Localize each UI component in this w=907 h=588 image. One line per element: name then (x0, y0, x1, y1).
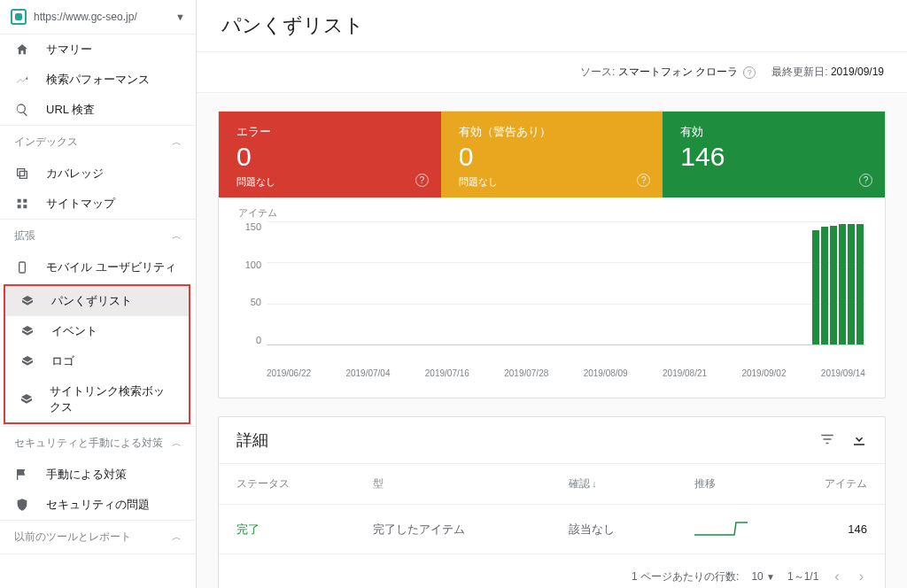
sidebar-item-label: 手動による対策 (46, 467, 127, 483)
help-icon[interactable]: ? (415, 174, 429, 187)
status-label: 有効（警告あり） (459, 124, 646, 140)
sidebar-item-event[interactable]: イベント (5, 316, 189, 346)
nav-section-label: 以前のツールとレポート (14, 530, 131, 545)
site-selector[interactable]: https://www.gc-seo.jp/ ▼ (0, 0, 196, 35)
nav-enhancements: 拡張 ︿ モバイル ユーザビリティ パンくずリスト イベント ロゴ (0, 220, 196, 427)
chevron-up-icon: ︿ (172, 135, 182, 149)
ytick: 150 (238, 221, 261, 232)
col-trend[interactable]: 推移 (677, 464, 765, 505)
nav-index: インデックス ︿ カバレッジ サイトマップ (0, 126, 196, 220)
table-row[interactable]: 完了 完了したアイテム 該当なし 146 (219, 505, 885, 554)
sidebar-item-mobile-usability[interactable]: モバイル ユーザビリティ (0, 252, 196, 282)
col-type[interactable]: 型 (355, 464, 551, 505)
sidebar-item-label: ロゴ (51, 353, 74, 369)
bar (857, 224, 864, 344)
bar (812, 230, 819, 344)
col-status[interactable]: ステータス (219, 464, 355, 505)
source-value: スマートフォン クローラ (618, 66, 738, 78)
nav-security: セキュリティと手動による対策 ︿ 手動による対策 セキュリティの問題 (0, 427, 196, 521)
layers-icon (19, 392, 34, 406)
details-title: 詳細 (236, 429, 803, 451)
sidebar-item-url-inspect[interactable]: URL 検査 (0, 95, 196, 125)
sidebar-item-logo[interactable]: ロゴ (5, 346, 189, 376)
chart-bars (803, 224, 864, 344)
pager-size-value: 10 (751, 570, 763, 583)
sidebar-item-summary[interactable]: サマリー (0, 35, 196, 65)
sitemap-icon (14, 197, 30, 211)
download-icon[interactable] (851, 431, 867, 450)
updated-value: 2019/09/19 (831, 66, 884, 78)
pager-prev-icon[interactable]: ‹ (831, 565, 842, 588)
status-count: 146 (680, 142, 867, 172)
chart-area: アイテム 150 100 50 0 2019/06/2220 (219, 197, 885, 398)
sidebar-item-breadcrumb[interactable]: パンくずリスト (5, 286, 189, 316)
cell-status: 完了 (219, 505, 355, 554)
pager-size[interactable]: 10 ▼ (751, 570, 775, 583)
cell-type: 完了したアイテム (355, 505, 551, 554)
highlight-annotation: パンくずリスト イベント ロゴ サイトリンク検索ボックス (4, 284, 190, 424)
sort-desc-icon: ↓ (592, 478, 597, 489)
xtick: 2019/09/02 (741, 368, 786, 378)
sidebar-item-performance[interactable]: 検索パフォーマンス (0, 65, 196, 95)
sidebar-item-label: セキュリティの問題 (46, 497, 150, 513)
xtick: 2019/08/21 (663, 368, 707, 378)
sidebar-item-label: イベント (51, 323, 97, 339)
sidebar-item-coverage[interactable]: カバレッジ (0, 159, 196, 189)
status-count: 0 (236, 142, 423, 172)
chevron-up-icon: ︿ (172, 530, 182, 544)
updated-block: 最終更新日: 2019/09/19 (771, 65, 884, 80)
help-icon[interactable]: ? (743, 66, 756, 79)
updated-label: 最終更新日: (771, 66, 827, 78)
bar (848, 224, 855, 344)
nav-section-legacy[interactable]: 以前のツールとレポート ︿ (0, 521, 196, 553)
chart: 150 100 50 0 (238, 221, 865, 363)
col-confirm-label: 確認 (569, 477, 590, 490)
pager-label: 1 ページあたりの行数: (632, 569, 739, 584)
col-items[interactable]: アイテム (765, 464, 885, 505)
nav-section-security[interactable]: セキュリティと手動による対策 ︿ (0, 427, 196, 460)
chart-plot (267, 221, 865, 345)
filter-icon[interactable] (819, 431, 835, 450)
sidebar-item-label: サイトマップ (46, 196, 115, 212)
chevron-up-icon: ︿ (172, 437, 182, 450)
source-label: ソース: (580, 66, 615, 78)
xtick: 2019/06/22 (267, 368, 311, 378)
main-content: パンくずリスト ソース: スマートフォン クローラ ? 最終更新日: 2019/… (197, 0, 907, 588)
sparkline-icon (694, 519, 748, 537)
help-icon[interactable]: ? (859, 174, 872, 187)
nav-section-enhancements[interactable]: 拡張 ︿ (0, 220, 196, 252)
status-card: エラー 0 問題なし ? 有効（警告あり） 0 問題なし ? 有効 146 ? (218, 111, 886, 398)
nav-section-index[interactable]: インデックス ︿ (0, 126, 196, 159)
col-confirm[interactable]: 確認↓ (551, 464, 676, 505)
nav-section-label: セキュリティと手動による対策 (14, 436, 163, 451)
details-table: ステータス 型 確認↓ 推移 アイテム 完了 完了したアイテム 該当なし 146 (219, 464, 885, 554)
pager-next-icon[interactable]: › (856, 565, 867, 588)
pager: 1 ページあたりの行数: 10 ▼ 1～1/1 ‹ › (219, 554, 885, 588)
sidebar: https://www.gc-seo.jp/ ▼ サマリー 検索パフォーマンス … (0, 0, 197, 588)
xtick: 2019/07/16 (425, 368, 469, 378)
status-warning[interactable]: 有効（警告あり） 0 問題なし ? (441, 112, 663, 197)
status-valid[interactable]: 有効 146 ? (663, 112, 885, 197)
status-error[interactable]: エラー 0 問題なし ? (219, 112, 441, 197)
sidebar-item-sitemaps[interactable]: サイトマップ (0, 189, 196, 219)
xtick: 2019/08/09 (584, 368, 628, 378)
ytick: 100 (238, 259, 261, 270)
sidebar-item-label: カバレッジ (46, 166, 104, 182)
site-favicon-icon (11, 9, 27, 25)
status-label: エラー (236, 124, 423, 140)
xtick: 2019/07/28 (504, 368, 548, 378)
xtick: 2019/09/14 (821, 368, 865, 378)
search-icon (14, 103, 30, 117)
sidebar-item-label: パンくずリスト (51, 293, 132, 309)
xtick: 2019/07/04 (345, 368, 390, 378)
source-row: ソース: スマートフォン クローラ ? 最終更新日: 2019/09/19 (197, 52, 907, 93)
ytick: 0 (238, 335, 261, 345)
sidebar-item-manual-actions[interactable]: 手動による対策 (0, 460, 196, 490)
nav-primary: サマリー 検索パフォーマンス URL 検査 (0, 35, 196, 126)
help-icon[interactable]: ? (637, 174, 650, 187)
sidebar-item-security-issues[interactable]: セキュリティの問題 (0, 490, 196, 520)
stack-icon (14, 166, 30, 181)
source-block: ソース: スマートフォン クローラ ? (580, 65, 756, 80)
bar (839, 224, 846, 344)
sidebar-item-sitelinks[interactable]: サイトリンク検索ボックス (5, 376, 189, 422)
